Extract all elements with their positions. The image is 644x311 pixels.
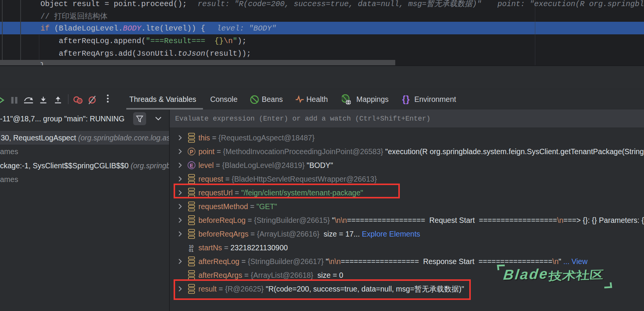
svg-text:E: E [190,163,193,169]
svg-text:P: P [190,149,193,155]
svg-text:01: 01 [189,248,193,253]
